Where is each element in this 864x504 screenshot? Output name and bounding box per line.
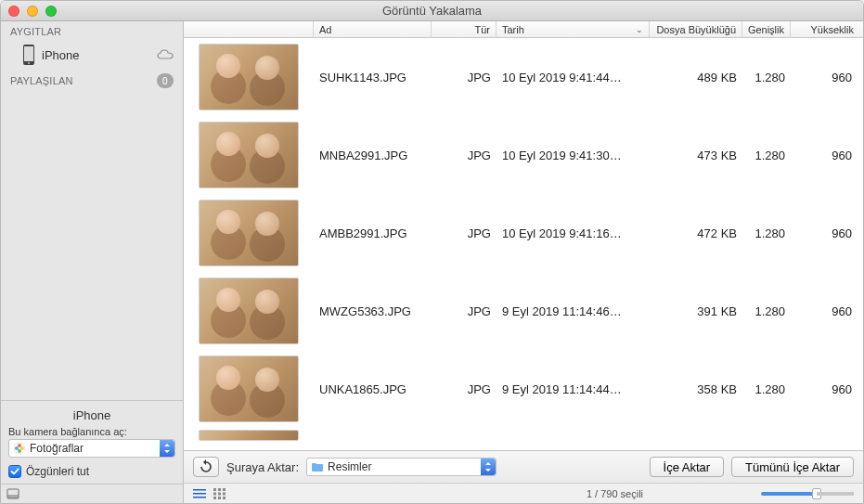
open-with-select[interactable]: Fotoğraflar bbox=[8, 439, 175, 458]
cell-height: 960 bbox=[791, 71, 863, 84]
cell-date: 9 Eyl 2019 11:14:44… bbox=[496, 382, 650, 396]
thumbnail-cell bbox=[184, 122, 314, 188]
cell-width: 1.280 bbox=[742, 226, 791, 240]
svg-point-5 bbox=[20, 446, 24, 450]
cell-date: 9 Eyl 2019 11:14:46… bbox=[496, 304, 650, 318]
table-row[interactable]: AMBB2991.JPG JPG 10 Eyl 2019 9:41:16… 47… bbox=[184, 194, 863, 272]
titlebar: Görüntü Yakalama bbox=[1, 1, 863, 21]
svg-rect-13 bbox=[213, 488, 216, 491]
view-mode-icons bbox=[193, 488, 226, 499]
cell-date: 10 Eyl 2019 9:41:44… bbox=[496, 71, 650, 84]
cell-width: 1.280 bbox=[742, 149, 791, 162]
cell-size: 489 KB bbox=[650, 71, 742, 84]
svg-rect-16 bbox=[213, 492, 216, 495]
sidebar: AYGITLAR iPhone PAYLAŞILAN 0 iPhone bbox=[1, 21, 184, 503]
cell-size: 391 KB bbox=[650, 304, 742, 318]
window-controls bbox=[8, 6, 57, 17]
svg-rect-15 bbox=[223, 488, 226, 491]
select-arrows-icon bbox=[160, 440, 174, 457]
cell-name: AMBB2991.JPG bbox=[314, 226, 432, 240]
svg-rect-18 bbox=[223, 492, 226, 495]
thumbnail-cell bbox=[184, 200, 314, 266]
table-row[interactable]: SUHK1143.JPG JPG 10 Eyl 2019 9:41:44… 48… bbox=[184, 38, 863, 116]
table-row[interactable]: MWZG5363.JPG JPG 9 Eyl 2019 11:14:46… 39… bbox=[184, 272, 863, 350]
table-row[interactable]: MNBA2991.JPG JPG 10 Eyl 2019 9:41:30… 47… bbox=[184, 116, 863, 194]
content-area: Ad Tür Tarih ⌄ Dosya Büyüklüğü Genişlik … bbox=[184, 21, 863, 503]
import-button[interactable]: İçe Aktar bbox=[650, 457, 725, 477]
phone-icon bbox=[21, 44, 36, 66]
svg-rect-10 bbox=[193, 489, 206, 491]
zoom-slider[interactable] bbox=[761, 492, 854, 496]
sidebar-section-devices[interactable]: AYGITLAR bbox=[1, 21, 183, 41]
cloud-icon bbox=[157, 49, 174, 60]
cell-size: 358 KB bbox=[650, 382, 742, 396]
minimize-icon[interactable] bbox=[27, 6, 38, 17]
column-name[interactable]: Ad bbox=[314, 21, 432, 37]
rotate-button[interactable] bbox=[193, 457, 219, 477]
svg-rect-17 bbox=[218, 492, 221, 495]
zoom-thumb-icon[interactable] bbox=[812, 488, 821, 499]
thumbnail-icon bbox=[199, 122, 299, 188]
cell-height: 960 bbox=[791, 382, 863, 396]
svg-rect-11 bbox=[193, 493, 206, 495]
sidebar-item-iphone[interactable]: iPhone bbox=[1, 41, 183, 69]
cell-name: UNKA1865.JPG bbox=[314, 382, 432, 396]
statusbar: 1 / 790 seçili bbox=[184, 483, 863, 503]
column-thumbnail[interactable] bbox=[184, 21, 314, 37]
column-size[interactable]: Dosya Büyüklüğü bbox=[650, 21, 742, 37]
svg-rect-9 bbox=[7, 495, 19, 498]
thumbnail-cell bbox=[184, 355, 314, 422]
column-label: Dosya Büyüklüğü bbox=[656, 24, 736, 35]
column-label: Genişlik bbox=[748, 24, 784, 35]
column-height[interactable]: Yükseklik bbox=[791, 21, 863, 37]
cell-height: 960 bbox=[791, 226, 863, 240]
thumbnail-icon bbox=[199, 355, 299, 422]
sidebar-section-label: PAYLAŞILAN bbox=[10, 75, 73, 86]
list-view-icon[interactable] bbox=[193, 488, 206, 499]
column-date[interactable]: Tarih ⌄ bbox=[496, 21, 650, 37]
svg-point-7 bbox=[15, 446, 19, 450]
connect-open-label: Bu kamera bağlanınca aç: bbox=[8, 426, 175, 437]
cell-name: SUHK1143.JPG bbox=[314, 71, 432, 84]
svg-point-2 bbox=[28, 62, 30, 64]
column-width[interactable]: Genişlik bbox=[742, 21, 791, 37]
cell-height: 960 bbox=[791, 304, 863, 318]
sidebar-section-shared[interactable]: PAYLAŞILAN 0 bbox=[1, 69, 183, 92]
window-title: Görüntü Yakalama bbox=[1, 4, 863, 18]
button-label: İçe Aktar bbox=[664, 460, 711, 474]
column-label: Yükseklik bbox=[811, 24, 854, 35]
close-icon[interactable] bbox=[8, 6, 19, 17]
cell-type: JPG bbox=[432, 71, 496, 84]
grid-view-icon[interactable] bbox=[213, 488, 226, 499]
destination-value: Resimler bbox=[328, 460, 371, 473]
import-all-button[interactable]: Tümünü İçe Aktar bbox=[731, 457, 854, 477]
thumbnail-icon bbox=[199, 200, 299, 266]
maximize-icon[interactable] bbox=[45, 6, 57, 17]
svg-rect-14 bbox=[218, 488, 221, 491]
select-arrows-icon bbox=[481, 459, 496, 475]
cell-date: 10 Eyl 2019 9:41:30… bbox=[496, 149, 650, 162]
checkmark-icon bbox=[10, 467, 19, 476]
thumbnail-icon bbox=[199, 430, 299, 441]
panel-toggle-icon[interactable] bbox=[6, 487, 19, 500]
cell-height: 960 bbox=[791, 149, 863, 162]
thumbnail-icon bbox=[199, 44, 299, 110]
toolbar: Şuraya Aktar: Resimler İçe Aktar Tümünü … bbox=[184, 450, 863, 483]
destination-select[interactable]: Resimler bbox=[306, 458, 496, 476]
svg-point-6 bbox=[18, 449, 21, 453]
column-type[interactable]: Tür bbox=[432, 21, 496, 37]
cell-type: JPG bbox=[432, 304, 496, 318]
table-row[interactable] bbox=[184, 428, 863, 443]
keep-originals-row[interactable]: Özgünleri tut bbox=[8, 465, 175, 478]
folder-icon bbox=[311, 460, 324, 473]
table-row[interactable]: UNKA1865.JPG JPG 9 Eyl 2019 11:14:44… 35… bbox=[184, 350, 863, 428]
cell-name: MNBA2991.JPG bbox=[314, 149, 432, 162]
connected-device-name: iPhone bbox=[8, 407, 175, 426]
table-body[interactable]: SUHK1143.JPG JPG 10 Eyl 2019 9:41:44… 48… bbox=[184, 38, 863, 450]
svg-rect-12 bbox=[193, 497, 206, 498]
keep-originals-checkbox[interactable] bbox=[8, 465, 21, 478]
cell-size: 472 KB bbox=[650, 226, 742, 240]
shared-count-badge: 0 bbox=[157, 73, 174, 88]
cell-type: JPG bbox=[432, 149, 496, 162]
cell-width: 1.280 bbox=[742, 71, 791, 84]
